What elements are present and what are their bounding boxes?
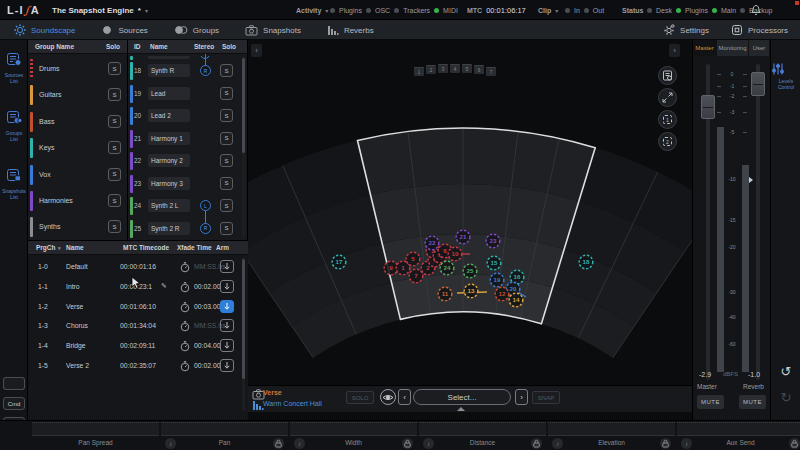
expand-view-button[interactable] [658, 88, 677, 107]
tab-reverbs[interactable]: Reverbs [327, 25, 374, 36]
group-row[interactable]: GuitarsS [28, 82, 128, 108]
group-row[interactable]: BassS [28, 109, 128, 135]
solo-filter-button[interactable]: SOLO [346, 391, 374, 404]
clip-menu[interactable]: Clip▾ [538, 0, 558, 20]
stopwatch-icon[interactable] [180, 302, 190, 313]
source-dot-24[interactable]: 24 [440, 261, 454, 275]
fader-tab-master[interactable]: Master [693, 40, 717, 56]
param-section-pan[interactable]: Pani [161, 421, 288, 450]
param-slider-track[interactable] [290, 422, 417, 436]
pan-right-button[interactable]: › [669, 44, 680, 57]
param-slider-track[interactable] [548, 422, 675, 436]
source-dot-15[interactable]: 15 [487, 256, 501, 270]
snapshot-row[interactable]: 1-4Bridge00:02:09:1100:04.00 [28, 336, 240, 355]
speaker-2[interactable]: 2 [426, 65, 436, 74]
source-solo-button[interactable]: S [220, 132, 233, 145]
lock-icon[interactable] [531, 438, 542, 449]
lock-icon[interactable] [789, 438, 800, 449]
source-row[interactable]: 18Synth RRS [128, 60, 242, 82]
snapshot-row[interactable]: 1-0Default00:00:01:16MM:SS.hs [28, 257, 240, 276]
speaker-3[interactable]: 3 [438, 64, 448, 73]
source-dot-11[interactable]: 11 [438, 287, 452, 301]
group-solo-button[interactable]: S [108, 115, 121, 128]
settings-button[interactable]: Settings [663, 24, 709, 36]
source-row[interactable]: 22Harmony 2S [128, 150, 242, 172]
source-dot-22[interactable]: 22 [425, 236, 439, 250]
stopwatch-icon[interactable] [180, 341, 190, 352]
param-section-distance[interactable]: Distancei [419, 421, 546, 450]
fader-tab-monitoring[interactable]: Monitoring [717, 40, 749, 56]
param-section-width[interactable]: Widthi [290, 421, 417, 450]
source-dot-25[interactable]: 25 [463, 264, 477, 278]
stereo-badge[interactable]: L [200, 200, 211, 211]
stopwatch-icon[interactable] [180, 321, 190, 332]
select-previous-button[interactable]: ‹ [398, 389, 411, 405]
speaker-5[interactable]: 5 [462, 64, 472, 73]
rail-item-sources-list[interactable]: SourcesList [0, 52, 28, 84]
visibility-eye-button[interactable] [380, 389, 396, 405]
notifications-bell-icon[interactable] [750, 0, 762, 20]
group-solo-button[interactable]: S [108, 62, 121, 75]
lock-icon[interactable] [273, 438, 284, 449]
source-dot-19[interactable]: 19 [490, 273, 504, 287]
source-solo-button[interactable]: S [220, 154, 233, 167]
group-solo-button[interactable]: S [108, 220, 121, 233]
tab-groups[interactable]: Groups [174, 24, 219, 36]
group-solo-button[interactable]: S [108, 194, 121, 207]
reverb-fader-knob[interactable] [751, 72, 765, 96]
info-icon[interactable]: i [423, 438, 434, 449]
edit-pencil-icon[interactable]: ✎ [161, 282, 167, 290]
group-row[interactable]: VoxS [28, 162, 128, 188]
select-next-button[interactable]: › [515, 389, 528, 405]
source-solo-button[interactable]: S [220, 64, 233, 77]
master-mute-button[interactable]: MUTE [697, 395, 724, 409]
snapshot-row[interactable]: 1-3Chorus00:01:34:04MM:SS.hs [28, 316, 240, 335]
source-dot-14[interactable]: 14 [509, 293, 523, 307]
source-solo-button[interactable]: S [220, 87, 233, 100]
stereo-badge[interactable]: R [200, 65, 211, 76]
stopwatch-icon[interactable] [180, 361, 190, 372]
stereo-badge[interactable]: R [200, 223, 211, 234]
group-row[interactable]: HarmoniesS [28, 188, 128, 214]
param-slider-track[interactable] [677, 422, 800, 436]
speaker-7[interactable]: 7 [486, 67, 496, 76]
chevron-down-icon[interactable]: ▾ [145, 7, 148, 14]
reverb-fader-track[interactable] [756, 64, 760, 380]
tab-snapshots[interactable]: Snapshots [245, 25, 301, 36]
lock-icon[interactable] [402, 438, 413, 449]
source-dot-12[interactable]: 12 [495, 287, 509, 301]
speaker-6[interactable]: 6 [474, 65, 484, 74]
source-solo-button[interactable]: S [220, 222, 233, 235]
arm-button[interactable] [220, 300, 234, 313]
stopwatch-icon[interactable] [180, 262, 190, 273]
arm-button[interactable] [220, 260, 234, 273]
source-row[interactable]: 23Harmony 3S [128, 173, 242, 195]
undo-button[interactable]: ↺ [775, 360, 797, 382]
speaker-1[interactable]: 1 [414, 67, 424, 76]
snapshot-row[interactable]: 1-2Verse00:01:06:1000:03.00 [28, 297, 240, 316]
source-row[interactable]: 24Synth 2 LLS [128, 195, 242, 217]
source-dot-21[interactable]: 21 [456, 230, 470, 244]
redo-button[interactable]: ↻ [775, 386, 797, 408]
param-section-aux-send[interactable]: Aux Sendi [677, 421, 800, 450]
source-dot-17[interactable]: 17 [332, 255, 346, 269]
arm-button[interactable] [220, 319, 234, 332]
cmd-key-button[interactable]: Cmd [3, 397, 25, 410]
param-slider-track[interactable] [161, 422, 288, 436]
lock-icon[interactable] [660, 438, 671, 449]
info-icon[interactable]: i [165, 438, 176, 449]
rail-item-groups-list[interactable]: GroupsList [0, 110, 28, 142]
arm-button[interactable] [220, 359, 234, 372]
rail-item-snapshots-list[interactable]: SnapshotsList [0, 168, 28, 200]
info-icon[interactable]: i [294, 438, 305, 449]
snapshot-row[interactable]: 1-5Verse 200:02:35:0700:02.00 [28, 356, 240, 375]
source-dot-23[interactable]: 23 [486, 234, 500, 248]
levels-control-tab[interactable]: LevelsControl [771, 62, 800, 90]
drawer-handle-icon[interactable] [457, 407, 465, 411]
source-row[interactable]: 21Harmony 1S [128, 128, 242, 150]
info-icon[interactable]: i [552, 438, 563, 449]
soundscape-view[interactable]: 1791752634810222123242515161920111312141… [248, 40, 692, 420]
source-row[interactable]: 19LeadS [128, 83, 242, 105]
arm-button[interactable] [220, 280, 234, 293]
fader-tab-user[interactable]: User [749, 40, 770, 56]
